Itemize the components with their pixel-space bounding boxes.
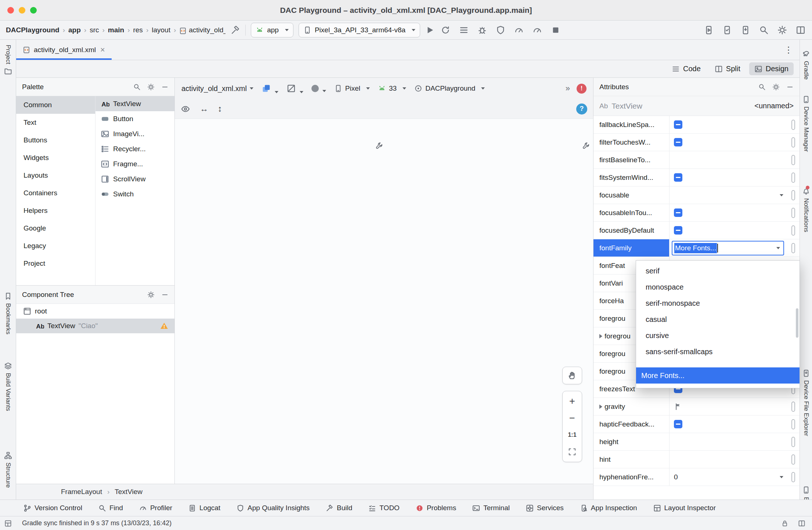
expand-chevron-icon[interactable] bbox=[599, 404, 602, 409]
attribute-value-cell[interactable] bbox=[669, 134, 787, 151]
attribute-row[interactable]: focusable bbox=[593, 186, 800, 204]
design-canvas[interactable]: + − 1:1 bbox=[175, 119, 593, 484]
tool-window-button[interactable]: Layout Inspector bbox=[653, 504, 716, 512]
tool-window-button[interactable]: Profiler bbox=[139, 504, 172, 512]
resource-picker-pill[interactable] bbox=[791, 454, 795, 465]
no-theme-icon[interactable] bbox=[286, 84, 303, 93]
sdk-manager-icon[interactable] bbox=[740, 25, 751, 36]
apply-changes-icon[interactable] bbox=[440, 25, 451, 36]
tool-window-button[interactable]: Logcat bbox=[188, 504, 220, 512]
tool-window-button[interactable]: Notifications bbox=[802, 187, 810, 232]
more-options-kebab-icon[interactable]: ⋮ bbox=[784, 45, 800, 55]
chevron-down-icon[interactable] bbox=[776, 247, 780, 249]
debug-icon[interactable] bbox=[477, 25, 488, 36]
device-selector[interactable]: Pixel_3a_API_33_arm64-v8a bbox=[299, 23, 420, 37]
run-config-selector[interactable]: app bbox=[251, 23, 293, 37]
attribute-row[interactable]: fontFamily More Fonts... bbox=[593, 239, 800, 257]
attribute-row[interactable]: hint bbox=[593, 451, 800, 468]
attribute-row[interactable]: focusedByDefault bbox=[593, 222, 800, 239]
resource-picker-pill[interactable] bbox=[791, 402, 795, 412]
attribute-row[interactable]: hyphenationFre... 0 bbox=[593, 468, 800, 486]
zoom-to-fit-button[interactable] bbox=[563, 443, 582, 460]
lock-icon[interactable] bbox=[781, 520, 788, 527]
attribute-row[interactable]: filterTouchesW... bbox=[593, 134, 800, 151]
attribute-value-cell[interactable] bbox=[669, 398, 787, 415]
design-file-selector[interactable]: activity_old_xml.xml bbox=[181, 84, 253, 93]
attribute-value-cell[interactable] bbox=[669, 433, 787, 450]
view-mode-button[interactable]: Split bbox=[710, 62, 746, 75]
tool-window-button[interactable]: Version Control bbox=[24, 504, 82, 512]
hide-panel-icon[interactable] bbox=[161, 291, 169, 298]
attribute-value-cell[interactable]: 0 bbox=[669, 468, 787, 486]
breadcrumb-item[interactable]: app bbox=[68, 26, 81, 34]
help-icon[interactable]: ? bbox=[576, 104, 587, 115]
tool-window-button[interactable]: Services bbox=[526, 504, 564, 512]
font-family-combobox[interactable]: More Fonts... bbox=[672, 241, 784, 255]
tool-window-button[interactable]: Structure bbox=[4, 451, 12, 488]
breadcrumb-item[interactable]: FrameLayout bbox=[61, 488, 102, 496]
tool-window-button[interactable]: Device Manager bbox=[802, 95, 810, 152]
tool-window-button[interactable]: App Inspection bbox=[580, 504, 637, 512]
palette-category[interactable]: Common bbox=[16, 96, 95, 114]
device-mirror-icon[interactable] bbox=[722, 25, 733, 36]
coverage-icon[interactable] bbox=[495, 25, 506, 36]
resource-picker-pill[interactable] bbox=[791, 190, 795, 200]
tristate-checkbox[interactable] bbox=[674, 420, 682, 428]
hide-panel-icon[interactable] bbox=[161, 83, 169, 91]
tristate-checkbox[interactable] bbox=[674, 173, 682, 182]
render-config-wrench-icon[interactable] bbox=[582, 142, 590, 150]
attribute-value-cell[interactable] bbox=[669, 169, 787, 186]
locale-icon[interactable] bbox=[311, 85, 326, 92]
palette-category[interactable]: Buttons bbox=[16, 131, 95, 149]
running-devices-icon[interactable] bbox=[703, 25, 714, 36]
palette-item[interactable]: ImageVi... bbox=[95, 126, 174, 141]
font-option[interactable]: casual bbox=[636, 311, 800, 327]
resource-picker-pill[interactable] bbox=[791, 208, 795, 218]
tool-window-button[interactable]: Build Variants bbox=[4, 362, 12, 411]
palette-category[interactable]: Layouts bbox=[16, 167, 95, 184]
attribute-value-cell[interactable] bbox=[669, 116, 787, 133]
tool-window-button[interactable]: Find bbox=[98, 504, 123, 512]
tool-window-button[interactable]: TODO bbox=[368, 504, 400, 512]
gear-icon[interactable] bbox=[772, 83, 780, 91]
palette-category[interactable]: Project bbox=[16, 255, 95, 272]
palette-category[interactable]: Helpers bbox=[16, 202, 95, 219]
attribute-value-cell[interactable] bbox=[669, 151, 787, 168]
zoom-reset-button[interactable]: 1:1 bbox=[563, 426, 582, 443]
zoom-in-button[interactable]: + bbox=[563, 393, 582, 410]
search-icon[interactable] bbox=[758, 83, 766, 91]
attribute-value-cell[interactable] bbox=[669, 222, 787, 239]
device-menu[interactable]: Pixel bbox=[334, 84, 370, 92]
resource-picker-pill[interactable] bbox=[791, 120, 795, 130]
attribute-row[interactable]: fallbackLineSpa... bbox=[593, 116, 800, 134]
memory-indicator-icon[interactable] bbox=[798, 520, 805, 527]
tool-window-button[interactable]: Build bbox=[326, 504, 352, 512]
palette-item[interactable]: Fragme... bbox=[95, 156, 174, 171]
breadcrumb-item[interactable]: TextView bbox=[115, 488, 142, 496]
attribute-value-cell[interactable]: More Fonts... bbox=[669, 239, 787, 257]
tristate-checkbox[interactable] bbox=[674, 226, 682, 235]
attribute-value-cell[interactable] bbox=[669, 186, 787, 204]
profile-app-icon[interactable] bbox=[532, 25, 543, 36]
resource-picker-pill[interactable] bbox=[791, 437, 795, 447]
attribute-row[interactable]: fitsSystemWind... bbox=[593, 169, 800, 186]
orientation-vertical-icon[interactable]: ↕ bbox=[218, 104, 222, 114]
search-icon[interactable] bbox=[133, 83, 141, 91]
palette-item[interactable]: Button bbox=[95, 111, 174, 126]
palette-item[interactable]: Recycler... bbox=[95, 141, 174, 156]
font-option[interactable]: sans-serif-smallcaps bbox=[636, 344, 800, 360]
attribute-row[interactable]: height bbox=[593, 433, 800, 451]
palette-category[interactable]: Google bbox=[16, 219, 95, 237]
resource-picker-pill[interactable] bbox=[791, 225, 795, 236]
tool-window-button[interactable]: App Quality Insights bbox=[237, 504, 310, 512]
resource-picker-pill[interactable] bbox=[791, 173, 795, 183]
flag-icon[interactable] bbox=[674, 403, 682, 411]
tool-window-button[interactable]: Terminal bbox=[472, 504, 510, 512]
palette-item[interactable]: TextView bbox=[95, 96, 174, 111]
render-error-icon[interactable]: ! bbox=[577, 84, 587, 94]
dropdown-chevron-icon[interactable] bbox=[780, 194, 783, 196]
resource-picker-pill[interactable] bbox=[791, 243, 795, 253]
tool-window-quick-access-icon[interactable] bbox=[4, 520, 12, 527]
font-option[interactable]: serif bbox=[636, 263, 800, 279]
warning-icon[interactable] bbox=[160, 322, 169, 330]
